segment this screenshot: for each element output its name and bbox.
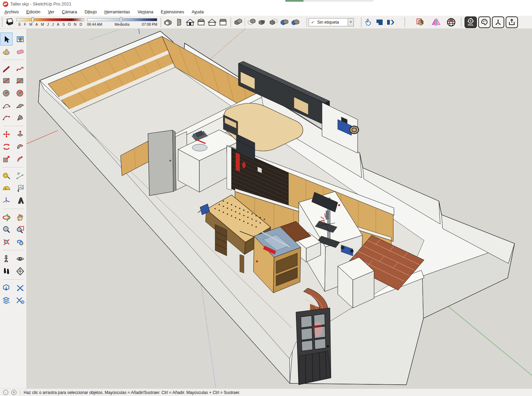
two-point-arc-tool-button[interactable] [14,99,26,111]
solar-north-tool-button[interactable]: C [14,265,26,277]
toolbar-grip[interactable] [1,17,3,27]
dimensions-tool-button[interactable]: 3* [14,170,26,182]
view-top-button[interactable] [174,17,185,28]
view-left-button[interactable] [218,17,228,28]
dropdown-arrow-icon[interactable]: ▼ [348,18,354,26]
menu-cámara[interactable]: Cámara [58,9,81,15]
orbit-tool-button[interactable] [1,211,12,223]
make-component-tool-button[interactable] [14,33,26,45]
ocl-materials-icon [480,18,488,26]
toolbar-grip[interactable] [230,17,232,27]
style-hide-rest-wire-button[interactable] [246,17,257,28]
menu-herramientas[interactable]: Herramientas [100,9,134,15]
protractor-tool-button[interactable] [1,182,12,194]
extension-cube-download-tool-button[interactable] [1,282,12,294]
polygon-tool-button[interactable] [14,87,26,99]
paint-bucket-tool-button[interactable] [1,45,12,58]
zoom-extents-tool-button[interactable] [1,236,12,248]
ocl-axes-icon [494,18,502,26]
line-tool-button[interactable] [1,62,12,74]
mirror-button[interactable] [431,17,442,28]
style-xray-blue-button[interactable] [279,17,290,28]
shadow-month-slider[interactable]: EFMAMJJASOND [16,17,84,27]
eraser-tool-button[interactable] [14,45,26,58]
time-slider-thumb[interactable] [120,17,122,22]
view-right-button[interactable] [196,17,207,28]
tag-filter-dropdown[interactable]: ✓ Sin etiqueta ▼ [309,18,354,26]
svg-text:A1: A1 [19,186,23,189]
previous-view-tool-button[interactable] [14,236,26,248]
position-camera-tool-button[interactable] [1,252,12,265]
arc-tool-button[interactable] [1,99,12,111]
opencutlist-export-button[interactable] [506,16,518,28]
opencutlist-materials-button[interactable] [478,16,491,28]
month-label: N [74,22,77,26]
view-back-button[interactable] [207,17,218,28]
push-pull-tool-button[interactable] [14,128,26,140]
style-backedges-blue-button[interactable] [290,17,301,28]
three-point-arc-tool-button[interactable] [1,111,12,124]
extension-flip-x-tool-button[interactable] [14,282,26,294]
look-around-tool-button[interactable] [14,252,26,265]
pan-tool-button[interactable] [14,211,26,223]
model-viewport[interactable] [27,29,532,388]
offset-tool-button[interactable] [14,153,26,165]
tag-filter-value: Sin etiqueta [317,20,348,25]
extension-layers-arrow-tool-button[interactable] [1,294,12,306]
opencutlist-main-button[interactable]: OCL [465,16,477,28]
toolbar-grip[interactable] [360,17,362,27]
text-tool-button[interactable]: A1 [14,182,26,194]
3d-text-icon [16,196,25,205]
select-tool-button[interactable] [1,33,12,45]
menu-ventana[interactable]: Ventana [134,9,157,15]
toolbar-grip[interactable] [460,17,462,27]
menu-ayuda[interactable]: Ayuda [188,9,207,15]
tape-measure-tool-button[interactable] [1,170,12,182]
time-noon-label: Mediodía [115,22,129,26]
rectangle-tool-button[interactable] [1,74,12,87]
move-tool-button[interactable] [1,128,12,140]
rotate-tool-button[interactable] [1,140,12,153]
circle-tool-button[interactable] [1,87,12,99]
zoom-extents-icon [2,238,11,246]
toolbar-grip[interactable] [404,17,406,27]
follow-me-tool-button[interactable] [14,140,26,153]
style-hide-similar-wire-button[interactable] [268,17,279,28]
blue-square-button[interactable] [374,17,385,28]
rotated-rectangle-tool-button[interactable] [14,74,26,87]
globe-button[interactable] [446,17,457,28]
zoom-tool-button[interactable] [1,223,12,236]
title-bar: Taller.skp - SketchUp Pro 2021 [0,0,532,8]
pie-tool-button[interactable] [14,111,26,124]
freehand-tool-button[interactable] [14,62,26,74]
style-component-solid-button[interactable] [233,17,244,28]
blue-split-arrow-button[interactable] [385,17,396,28]
shadow-time-slider[interactable]: 06:44 AM Mediodía 07:08 PM [87,17,157,27]
style-hide-rest-solid-button[interactable] [257,17,268,28]
month-slider-thumb[interactable] [32,17,34,22]
toolbar-grip[interactable] [306,17,308,27]
month-label: M [41,22,44,26]
scale-tool-button[interactable] [1,153,12,165]
back-view-icon [207,18,217,26]
replace-component-button[interactable] [415,17,426,28]
toolbar-grip[interactable] [160,17,162,27]
menu-archivo[interactable]: Archivo [1,9,23,15]
svg-text:C: C [19,269,21,271]
menu-edición[interactable]: Edición [23,9,44,15]
shadows-toggle-button[interactable] [4,17,15,28]
view-front-button[interactable] [185,17,196,28]
menu-extensiones[interactable]: Extensiones [157,9,188,15]
menu-ver[interactable]: Ver [44,9,58,15]
opencutlist-axes-button[interactable] [492,16,504,28]
credits-icon[interactable]: ↟ [11,390,16,395]
view-iso-button[interactable] [163,17,174,28]
walk-tool-button[interactable] [1,265,12,277]
axes-tool-button[interactable] [1,194,12,207]
zoom-window-tool-button[interactable] [14,223,26,236]
geolocation-icon[interactable]: ◌ [3,390,8,395]
extension-flip-gear-tool-button[interactable] [14,294,26,306]
3d-text-tool-button[interactable] [14,194,26,207]
menu-dibujo[interactable]: Dibujo [81,9,100,15]
pointer-hand-button[interactable] [363,17,374,28]
